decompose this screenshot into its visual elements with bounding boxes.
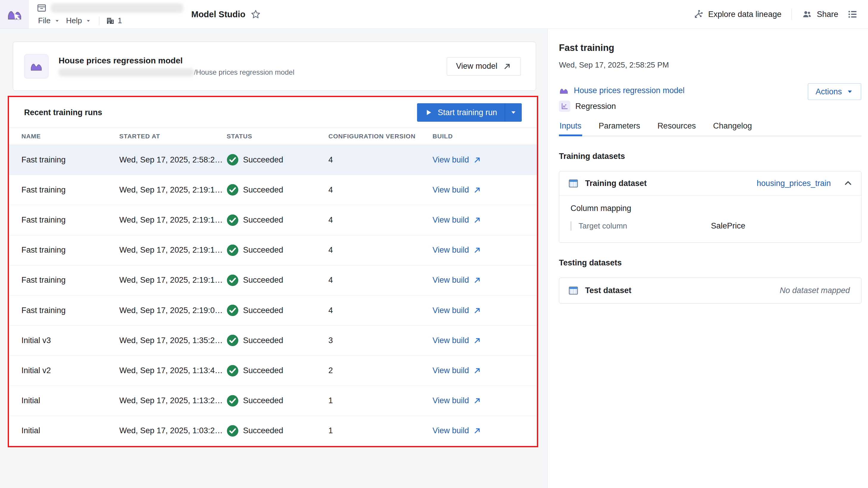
app-title-wrap: Model Studio [191,0,260,29]
success-check-icon [227,334,239,346]
model-path-suffix: /House prices regression model [194,68,294,77]
table-icon [568,285,579,296]
favorite-button[interactable] [251,9,260,19]
run-name-cell: Fast training [22,276,119,285]
list-menu-icon [847,9,858,20]
external-link-icon [473,276,482,284]
app-logo[interactable] [0,0,29,29]
run-row[interactable]: InitialWed, Sep 17, 2025, 1:13:2…Succeed… [9,386,537,416]
run-name-cell: Fast training [22,155,119,164]
app-header: File Help 1 [0,0,868,29]
file-menu[interactable]: File [35,15,63,27]
page-title: Model Studio [191,9,245,19]
main-content: House prices regression model /House pri… [0,29,547,488]
run-row[interactable]: Fast trainingWed, Sep 17, 2025, 2:58:2…S… [9,145,537,175]
caret-down-icon [85,18,91,24]
run-row[interactable]: Fast trainingWed, Sep 17, 2025, 2:19:1…S… [9,175,537,205]
external-link-icon [473,156,482,164]
view-build-label: View build [433,336,469,345]
run-status-label: Succeeded [243,426,283,435]
run-details-panel: Fast training Wed, Sep 17, 2025, 2:58:25… [547,29,868,488]
success-check-icon [227,425,239,437]
run-row[interactable]: Initial v3Wed, Sep 17, 2025, 1:35:2…Succ… [9,326,537,356]
training-dataset-link[interactable]: housing_prices_train [757,179,831,188]
start-training-run-caret-button[interactable] [505,103,522,122]
view-model-button[interactable]: View model [447,57,521,75]
run-started-cell: Wed, Sep 17, 2025, 1:03:2… [119,426,227,435]
model-studio-logo-icon [6,6,23,23]
run-started-cell: Wed, Sep 17, 2025, 2:19:1… [119,215,227,225]
view-build-link[interactable]: View build [433,426,482,435]
run-row[interactable]: Fast trainingWed, Sep 17, 2025, 2:19:1…S… [9,235,537,266]
run-version-cell: 1 [329,396,433,405]
run-version-cell: 4 [329,155,433,164]
data-lineage-icon [693,9,704,19]
success-check-icon [227,274,239,286]
column-mapping-section: Column mapping Target column SalePrice [559,195,861,243]
run-status-cell: Succeeded [227,425,329,437]
view-build-label: View build [433,155,469,164]
view-build-link[interactable]: View build [433,155,482,164]
run-version-cell: 4 [329,215,433,225]
tab-changelog[interactable]: Changelog [712,121,752,136]
org-indicator[interactable]: 1 [104,16,123,26]
model-icon [29,60,43,73]
training-dataset-label: Training dataset [585,179,750,188]
column-header-configuration-version: CONFIGURATION VERSION [329,133,433,140]
run-status-label: Succeeded [243,245,283,255]
share-button[interactable]: Share [797,6,843,22]
view-build-link[interactable]: View build [433,245,482,255]
view-build-label: View build [433,276,469,285]
test-dataset-row: Test dataset No dataset mapped [559,278,861,303]
caret-down-icon [846,88,854,95]
redacted-project-path [59,68,194,77]
external-link-icon [473,396,482,405]
tab-resources[interactable]: Resources [657,121,696,136]
tab-parameters[interactable]: Parameters [598,121,641,136]
header-divider [792,8,792,20]
run-build-cell: View build [433,185,537,194]
run-build-cell: View build [433,215,537,225]
success-check-icon [227,214,239,226]
external-link-icon [473,366,482,375]
run-row[interactable]: Fast trainingWed, Sep 17, 2025, 2:19:0…S… [9,296,537,326]
target-column-row: Target column SalePrice [570,221,850,231]
test-dataset-card: Test dataset No dataset mapped [559,278,862,304]
run-status-cell: Succeeded [227,214,329,226]
run-build-cell: View build [433,276,537,285]
view-build-link[interactable]: View build [433,185,482,194]
run-title: Fast training [559,42,862,53]
view-build-link[interactable]: View build [433,336,482,345]
view-build-link[interactable]: View build [433,215,482,225]
run-name-cell: Initial v3 [22,336,119,345]
explore-data-lineage-label: Explore data lineage [708,10,781,19]
tab-inputs[interactable]: Inputs [559,121,582,136]
view-build-label: View build [433,396,469,405]
column-header-name: NAME [22,133,119,140]
test-dataset-value: No dataset mapped [780,286,850,295]
model-link[interactable]: House prices regression model [559,86,684,95]
run-row[interactable]: Fast trainingWed, Sep 17, 2025, 2:19:1…S… [9,266,537,296]
external-link-icon [473,216,482,224]
help-menu[interactable]: Help [63,15,94,27]
actions-button[interactable]: Actions [808,83,861,100]
view-build-link[interactable]: View build [433,366,482,375]
view-build-link[interactable]: View build [433,276,482,285]
view-build-link[interactable]: View build [433,396,482,405]
view-build-link[interactable]: View build [433,306,482,315]
start-training-run-button[interactable]: Start training run [417,103,505,122]
model-title: House prices regression model [59,56,447,65]
runs-panel-header: Recent training runs Start training run [9,97,537,128]
run-name-cell: Fast training [22,306,119,315]
overflow-menu-button[interactable] [843,6,862,23]
actions-label: Actions [816,87,842,96]
run-row[interactable]: Initial v2Wed, Sep 17, 2025, 1:13:4…Succ… [9,356,537,386]
run-name-cell: Fast training [22,215,119,225]
explore-data-lineage-button[interactable]: Explore data lineage [689,6,786,22]
column-header-build: BUILD [433,133,537,140]
star-icon [251,9,260,19]
run-row[interactable]: InitialWed, Sep 17, 2025, 1:03:2…Succeed… [9,416,537,446]
run-row[interactable]: Fast trainingWed, Sep 17, 2025, 2:19:1…S… [9,205,537,235]
redacted-breadcrumb [51,3,183,13]
collapse-button[interactable] [844,179,852,187]
